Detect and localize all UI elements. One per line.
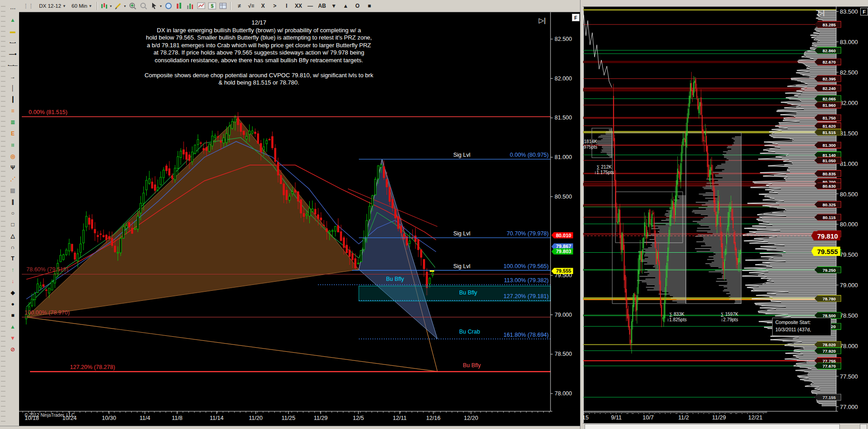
candle: [349, 250, 351, 256]
candle: [197, 140, 199, 145]
candle: [43, 284, 45, 286]
candle: [223, 138, 225, 143]
candle: [89, 218, 90, 224]
ninjatrader-workspace: ⋯▲▬•—•—••—•—→│┃≡≣E|||◎Ψ⋰▨∥○□△∩T↑↓◆●■▲▼⊘ …: [0, 0, 868, 429]
candle: [326, 229, 328, 232]
candle: [217, 136, 219, 137]
candle: [226, 134, 228, 142]
candle: [91, 219, 93, 229]
prz-zone-box: [359, 286, 551, 301]
candle: [303, 213, 305, 216]
candle: [375, 179, 377, 195]
candle: [237, 118, 239, 125]
candle: [28, 307, 30, 313]
candle: [203, 148, 205, 150]
candle: [177, 157, 179, 169]
chart-note-line: consolidation resistance, above there ha…: [86, 57, 432, 65]
last-price-tick: [430, 270, 434, 272]
left-chart-f-button[interactable]: F: [572, 14, 580, 21]
candle: [403, 234, 405, 239]
candle: [214, 136, 216, 138]
candle: [117, 252, 119, 253]
candle: [220, 141, 222, 142]
candle: [169, 169, 170, 175]
left-chart-play-icon[interactable]: ▷|: [539, 16, 546, 25]
candle: [243, 131, 245, 135]
chart-note-line: at 78.278. If price holds above 79.565 s…: [86, 49, 432, 57]
butterfly-brown-pattern: [26, 118, 359, 317]
candle: [395, 210, 397, 218]
candle: [194, 145, 196, 154]
candle: [166, 166, 168, 171]
history-line: [584, 15, 612, 88]
candle: [263, 147, 265, 150]
candle: [266, 140, 268, 144]
chart-note-line: [86, 64, 432, 72]
candle: [317, 214, 319, 219]
candle: [94, 229, 96, 233]
candle: [131, 228, 133, 234]
candle: [292, 192, 293, 194]
candle: [252, 131, 253, 133]
candle: [277, 162, 279, 175]
candle: [45, 290, 47, 291]
candle: [63, 255, 64, 260]
candle: [100, 234, 102, 234]
candle: [346, 245, 348, 253]
candle: [366, 220, 368, 238]
composite-start-tooltip: Composite Start: 10/3/2011 (437d,: [772, 318, 831, 336]
candle: [34, 294, 36, 300]
candle: [157, 187, 159, 190]
resize-grip[interactable]: [860, 424, 867, 429]
candle: [309, 209, 311, 216]
candle: [246, 136, 248, 139]
candle: [163, 170, 164, 178]
candle: [160, 177, 162, 185]
candle: [357, 263, 359, 264]
candle: [83, 230, 84, 243]
candle: [154, 185, 156, 191]
candle: [111, 238, 113, 245]
candle: [69, 244, 70, 251]
right-chart-play-icon[interactable]: ▷|: [818, 9, 824, 16]
candle: [280, 175, 282, 184]
right-chart-scrollbar[interactable]: [583, 423, 868, 429]
candle: [137, 216, 139, 229]
candle: [103, 235, 104, 237]
candle: [146, 180, 148, 190]
candle: [188, 155, 190, 161]
candle: [389, 187, 391, 201]
candle: [232, 121, 233, 128]
candle: [352, 254, 353, 260]
candle: [360, 250, 362, 262]
candle: [186, 152, 188, 160]
candle: [392, 200, 393, 208]
candle: [208, 144, 210, 151]
candle: [400, 226, 402, 233]
candle: [380, 165, 382, 167]
candle: [31, 299, 33, 306]
right-chart-f-button[interactable]: F: [860, 8, 868, 15]
candle: [183, 150, 185, 154]
candle: [74, 253, 76, 259]
candle: [397, 216, 399, 229]
candle: [314, 209, 316, 214]
candle: [126, 225, 128, 228]
candle: [60, 255, 62, 262]
candle: [97, 235, 99, 237]
candle: [283, 184, 285, 195]
candle: [129, 223, 130, 227]
candle: [269, 140, 271, 140]
candle: [274, 148, 276, 162]
candle: [334, 226, 336, 231]
candle: [429, 278, 431, 284]
candle: [149, 179, 150, 183]
candle: [65, 250, 67, 254]
candle: [377, 166, 379, 179]
scrollbar-thumb[interactable]: [585, 424, 840, 429]
candle: [228, 126, 230, 135]
candle: [206, 147, 208, 150]
candle: [320, 218, 322, 220]
chart-note-line: Composite shows dense chop potential aro…: [86, 72, 432, 80]
candle: [383, 167, 385, 178]
